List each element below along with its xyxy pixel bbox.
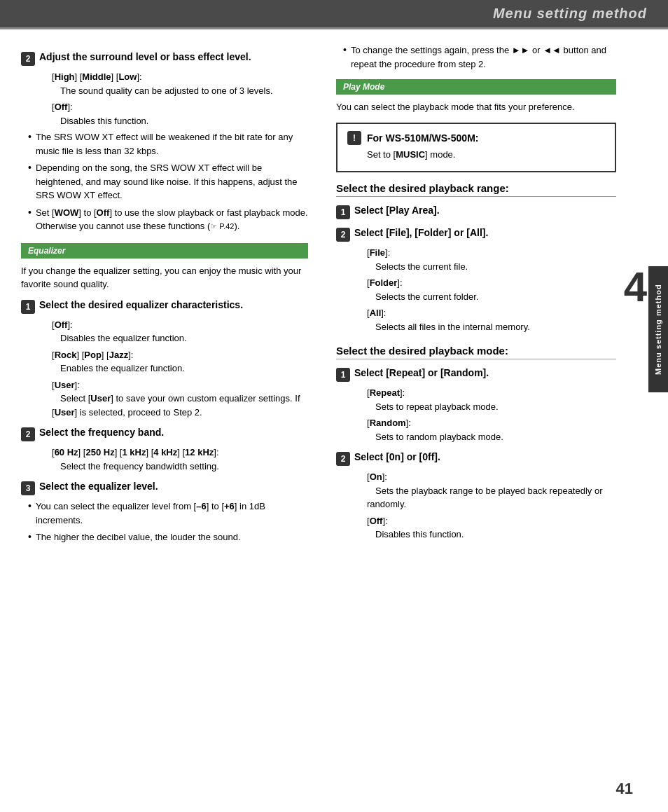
mode-step1-circle: 1: [336, 368, 350, 382]
left-column: 2 Adjust the surround level or bass effe…: [0, 43, 322, 548]
bullet3-ref: ☞ P.42: [210, 222, 234, 230]
eq-level-bullet2: • The higher the decibel value, the loud…: [21, 530, 308, 544]
equalizer-tab: Equalizer: [21, 243, 308, 259]
bullet3-text: Set [WOW] to [Off] to use the slow playb…: [36, 206, 308, 233]
playback-mode-heading: Select the desired playback mode:: [336, 345, 616, 359]
eq-user: [User]: Select [User] to save your own c…: [21, 378, 308, 420]
repeat-bullet: • To change the settings again, press th…: [336, 43, 616, 71]
mode-on: [On]: Sets the playback range to be play…: [336, 470, 616, 511]
eq-step3-circle: 3: [21, 481, 35, 495]
step2-heading-text: Adjust the surround level or bass effect…: [39, 50, 251, 63]
mode-random-label: [Random]:: [367, 418, 411, 428]
step2-options-desc: The sound quality can be adjusted to one…: [52, 85, 273, 96]
range-step2-heading-row: 2 Select [File], [Folder] or [All].: [336, 226, 616, 242]
range-file: [File]: Selects the current file.: [336, 246, 616, 273]
side-tab: Menu setting method: [648, 266, 668, 392]
mode-repeat-label: [Repeat]:: [367, 387, 405, 398]
right-column: • To change the settings again, press th…: [322, 43, 630, 548]
eq-step1-heading-text: Select the desired equalizer characteris…: [39, 298, 243, 311]
eq-level-bullet2-dot: •: [28, 530, 32, 544]
page-number: 41: [616, 780, 633, 798]
eq-step2-circle: 2: [21, 427, 35, 441]
eq-off-desc: Disables the equalizer function.: [52, 333, 187, 343]
eq-level-bullet1: • You can select the equalizer level fro…: [21, 500, 308, 527]
range-step2-circle: 2: [336, 228, 350, 242]
mode-step1-heading-text: Select [Repeat] or [Random].: [354, 366, 489, 379]
step2-options: [High] [Middle] [Low]: The sound quality…: [21, 70, 308, 97]
eq-user-desc: Select [User] to save your own custom eq…: [52, 393, 300, 418]
range-all: [All]: Selects all files in the internal…: [336, 306, 616, 333]
bullet1: • The SRS WOW XT effect will be weakened…: [21, 130, 308, 158]
bullet2-text: Depending on the song, the SRS WOW XT ef…: [36, 161, 308, 202]
play-mode-tab: Play Mode: [336, 79, 616, 95]
equalizer-intro: If you change the equalizer setting, you…: [21, 264, 308, 291]
eq-freq: [60 Hz] [250 Hz] [1 kHz] [4 kHz] [12 kHz…: [21, 446, 308, 473]
step2-off-desc: Disables this function.: [52, 116, 148, 126]
eq-freq-label: [60 Hz] [250 Hz] [1 kHz] [4 kHz] [12 kHz…: [52, 447, 219, 457]
ws-box-desc: Set to [MUSIC] mode.: [347, 148, 605, 162]
mode-off: [Off]: Disables this function.: [336, 514, 616, 542]
step2-off: [Off]: Disables this function.: [21, 100, 308, 128]
range-step1-circle: 1: [336, 205, 350, 219]
repeat-bullet-dot: •: [343, 43, 347, 57]
eq-rock: [Rock] [Pop] [Jazz]: Enables the equaliz…: [21, 348, 308, 376]
step2-off-label: [Off]:: [52, 102, 73, 112]
mode-step2-heading-text: Select [0n] or [0ff].: [354, 450, 440, 463]
bullet1-text: The SRS WOW XT effect will be weakened i…: [36, 130, 308, 158]
mode-off-label: [Off]:: [367, 516, 388, 526]
mode-random-desc: Sets to random playback mode.: [367, 432, 503, 442]
eq-off: [Off]: Disables the equalizer function.: [21, 318, 308, 345]
eq-level-bullet1-dot: •: [28, 500, 32, 514]
bullet3-dot: •: [28, 206, 32, 220]
ws-box: ! For WS-510M/WS-500M: Set to [MUSIC] mo…: [336, 123, 616, 173]
eq-level-bullet2-text: The higher the decibel value, the louder…: [36, 530, 308, 544]
mode-off-desc: Disables this function.: [367, 529, 464, 539]
range-file-label: [File]:: [367, 247, 390, 258]
mode-step2-circle: 2: [336, 452, 350, 466]
repeat-bullet-text: To change the settings again, press the …: [351, 43, 616, 71]
range-step1-heading-row: 1 Select [Play Area].: [336, 204, 616, 219]
eq-off-label: [Off]:: [52, 319, 73, 330]
page-header: Menu setting method: [0, 0, 668, 27]
chapter-number: 4: [624, 266, 647, 308]
range-all-label: [All]:: [367, 308, 386, 318]
play-mode-intro: You can select the playback mode that fi…: [336, 100, 616, 114]
range-step1-heading-text: Select [Play Area].: [354, 204, 440, 216]
page-title: Menu setting method: [493, 6, 647, 21]
ws-box-icon: !: [347, 131, 361, 145]
eq-freq-desc: Select the frequency bandwidth setting.: [52, 461, 219, 472]
mode-on-desc: Sets the playback range to be played bac…: [367, 486, 603, 510]
eq-step1-heading-row: 1 Select the desired equalizer character…: [21, 298, 308, 314]
playback-range-heading: Select the desired playback range:: [336, 182, 616, 197]
eq-step3-heading-row: 3 Select the equalizer level.: [21, 480, 308, 495]
mode-step2-heading-row: 2 Select [0n] or [0ff].: [336, 450, 616, 466]
mode-repeat: [Repeat]: Sets to repeat playback mode.: [336, 386, 616, 413]
eq-step1-circle: 1: [21, 300, 35, 314]
step2-circle: 2: [21, 52, 35, 66]
range-folder-desc: Selects the current folder.: [367, 291, 478, 302]
range-folder-label: [Folder]:: [367, 277, 403, 288]
range-folder: [Folder]: Selects the current folder.: [336, 276, 616, 303]
mode-on-label: [On]:: [367, 472, 387, 482]
eq-rock-label: [Rock] [Pop] [Jazz]:: [52, 350, 133, 360]
eq-step2-heading-text: Select the frequency band.: [39, 426, 164, 439]
step2-heading-row: 2 Adjust the surround level or bass effe…: [21, 50, 308, 66]
range-step2-heading-text: Select [File], [Folder] or [All].: [354, 226, 488, 239]
eq-rock-desc: Enables the equalizer function.: [52, 363, 185, 373]
bullet2: • Depending on the song, the SRS WOW XT …: [21, 161, 308, 202]
bullet1-dot: •: [28, 130, 32, 144]
eq-user-label: [User]:: [52, 380, 80, 390]
main-content: 2 Adjust the surround level or bass effe…: [0, 29, 668, 562]
mode-random: [Random]: Sets to random playback mode.: [336, 416, 616, 443]
mode-step1-heading-row: 1 Select [Repeat] or [Random].: [336, 366, 616, 382]
ws-box-heading-row: ! For WS-510M/WS-500M:: [347, 131, 605, 145]
eq-step2-heading-row: 2 Select the frequency band.: [21, 426, 308, 441]
ws-box-heading-text: For WS-510M/WS-500M:: [367, 132, 478, 144]
eq-level-bullet1-text: You can select the equalizer level from …: [36, 500, 308, 527]
bullet3: • Set [WOW] to [Off] to use the slow pla…: [21, 206, 308, 233]
range-all-desc: Selects all files in the internal memory…: [367, 322, 530, 332]
range-file-desc: Selects the current file.: [367, 261, 468, 272]
equalizer-section: Equalizer: [21, 243, 308, 259]
step2-options-label: [High] [Middle] [Low]:: [52, 71, 142, 82]
play-mode-section: Play Mode: [336, 79, 616, 95]
